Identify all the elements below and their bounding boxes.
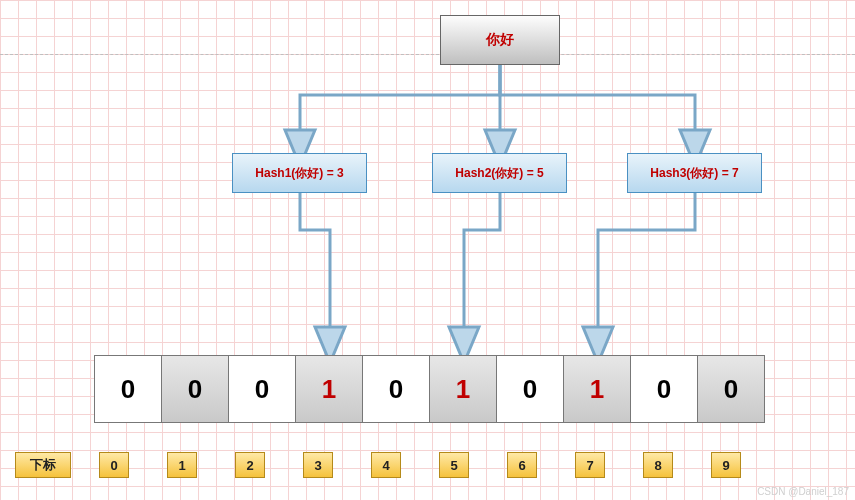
index-cell-4: 4: [371, 452, 401, 478]
bit-cell-2: 0: [228, 355, 296, 423]
input-node: 你好: [440, 15, 560, 65]
bit-cell-3: 1: [295, 355, 363, 423]
bit-cell-9: 0: [697, 355, 765, 423]
index-cell-6: 6: [507, 452, 537, 478]
index-cell-9: 9: [711, 452, 741, 478]
hash1-node: Hash1(你好) = 3: [232, 153, 367, 193]
index-cell-1: 1: [167, 452, 197, 478]
index-row: 下标 0123456789: [15, 452, 741, 478]
hash3-label: Hash3(你好) = 7: [650, 165, 738, 182]
hash1-label: Hash1(你好) = 3: [255, 165, 343, 182]
watermark: CSDN @Daniel_187: [757, 486, 849, 497]
bit-cell-5: 1: [429, 355, 497, 423]
hash2-node: Hash2(你好) = 5: [432, 153, 567, 193]
dotted-guide-line: [0, 54, 855, 55]
index-cell-3: 3: [303, 452, 333, 478]
hash3-node: Hash3(你好) = 7: [627, 153, 762, 193]
bit-cell-1: 0: [161, 355, 229, 423]
index-cell-2: 2: [235, 452, 265, 478]
bit-cell-8: 0: [630, 355, 698, 423]
input-label: 你好: [486, 31, 514, 49]
hash2-label: Hash2(你好) = 5: [455, 165, 543, 182]
index-cell-0: 0: [99, 452, 129, 478]
index-cell-7: 7: [575, 452, 605, 478]
bit-cell-7: 1: [563, 355, 631, 423]
index-header: 下标: [15, 452, 71, 478]
bit-array: 0001010100: [95, 355, 765, 423]
bit-cell-6: 0: [496, 355, 564, 423]
index-cell-5: 5: [439, 452, 469, 478]
bit-cell-4: 0: [362, 355, 430, 423]
bit-cell-0: 0: [94, 355, 162, 423]
index-cell-8: 8: [643, 452, 673, 478]
arrow-layer: [0, 0, 855, 500]
